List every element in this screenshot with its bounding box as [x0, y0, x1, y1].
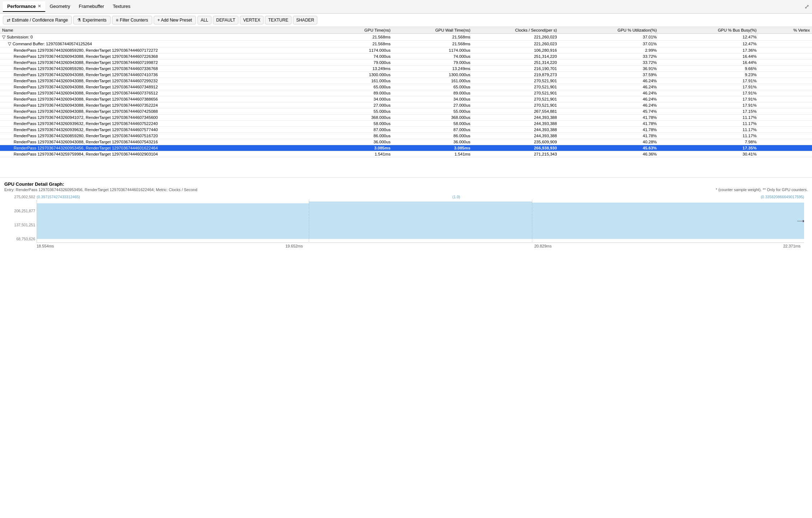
cell-gpu-time: 65.000us	[319, 84, 393, 90]
table-row[interactable]: RenderPass 12970367443260953456, RenderT…	[0, 145, 812, 151]
cell-gpu-wall: 21.568ms	[393, 34, 472, 41]
cell-name: RenderPass 12970367443260943088, RenderT…	[0, 60, 319, 66]
cell-name: RenderPass 12970367443260939632, RenderT…	[0, 127, 319, 133]
table-row[interactable]: RenderPass 12970367443260943088, RenderT…	[0, 84, 812, 90]
cell-name: ▽Command Buffer: 12970367440574125264	[0, 41, 319, 47]
cell-gpu-time: 58.000us	[319, 121, 393, 127]
table-row[interactable]: ▽Submission: 021.568ms21.568ms221,260,02…	[0, 34, 812, 41]
tab-textures-label: Textures	[113, 4, 130, 9]
tab-geometry-label: Geometry	[50, 4, 70, 9]
cell-util: 41.78%	[559, 121, 659, 127]
estimate-button[interactable]: ⇄ Estimate / Confidence Range	[3, 16, 72, 24]
table-container[interactable]: Name GPU Time(ns) GPU Wall Time(ns) Cloc…	[0, 27, 812, 178]
preset-shader[interactable]: SHADER	[293, 16, 317, 24]
table-row[interactable]: ▽Command Buffer: 1297036744057412526421.…	[0, 41, 812, 47]
close-icon[interactable]: ✕	[38, 4, 41, 9]
experiments-label: Experiments	[83, 18, 107, 23]
cell-gpu-time: 34.000us	[319, 96, 393, 102]
tab-performance[interactable]: Performance ✕	[3, 1, 45, 12]
cell-util: 33.72%	[559, 60, 659, 66]
cell-util: 45.74%	[559, 108, 659, 115]
preset-default[interactable]: DEFAULT	[213, 16, 238, 24]
table-row[interactable]: RenderPass 12970367443260859280, RenderT…	[0, 47, 812, 54]
cell-bus: 17.91%	[659, 96, 759, 102]
tab-framebuffer[interactable]: Framebuffer	[75, 1, 109, 12]
table-row[interactable]: RenderPass 12970367443260943088, RenderT…	[0, 102, 812, 108]
cell-bus: 7.98%	[659, 139, 759, 145]
col-header-gpu-wall: GPU Wall Time(ns)	[393, 27, 472, 34]
cell-name: RenderPass 12970367443260859280, RenderT…	[0, 47, 319, 54]
table-row[interactable]: RenderPass 12970367443260943088, RenderT…	[0, 96, 812, 102]
cell-bus: 12.47%	[659, 34, 759, 41]
cell-bus: 17.36%	[659, 47, 759, 54]
preset-vertex[interactable]: VERTEX	[240, 16, 263, 24]
cell-gpu-time: 86.000us	[319, 133, 393, 139]
cell-gpu-wall: 87.000us	[393, 127, 472, 133]
cell-vertex	[759, 102, 812, 108]
cell-name: RenderPass 12970367443260943088, RenderT…	[0, 90, 319, 96]
table-row[interactable]: RenderPass 12970367443260939632, RenderT…	[0, 121, 812, 127]
annotation-3: (0.335820866649017595)	[761, 195, 804, 199]
table-row[interactable]: RenderPass 12970367443260943088, RenderT…	[0, 72, 812, 78]
table-row[interactable]: RenderPass 12970367443260859280, RenderT…	[0, 133, 812, 139]
cell-gpu-wall: 86.000us	[393, 133, 472, 139]
table-row[interactable]: RenderPass 12970367443260943088, RenderT…	[0, 54, 812, 60]
cell-util: 41.78%	[559, 127, 659, 133]
cell-vertex	[759, 54, 812, 60]
table-row[interactable]: RenderPass 12970367443260859280, RenderT…	[0, 66, 812, 72]
expand-icon[interactable]: ⤢	[804, 3, 809, 10]
estimate-icon: ⇄	[7, 18, 10, 23]
cell-vertex	[759, 60, 812, 66]
cell-vertex	[759, 115, 812, 121]
col-header-gpu-time: GPU Time(ns)	[319, 27, 393, 34]
tab-textures[interactable]: Textures	[108, 1, 135, 12]
table-row[interactable]: RenderPass 12970367443260939632, RenderT…	[0, 127, 812, 133]
x-label-3: 20.829ms	[534, 244, 551, 248]
cell-bus: 12.47%	[659, 41, 759, 47]
tab-geometry[interactable]: Geometry	[45, 1, 74, 12]
cell-gpu-time: 87.000us	[319, 127, 393, 133]
table-row[interactable]: RenderPass 12970367443260943088, RenderT…	[0, 90, 812, 96]
cell-bus: 9.66%	[659, 66, 759, 72]
cell-gpu-wall: 89.000us	[393, 90, 472, 96]
table-row[interactable]: RenderPass 12970367443260943088, RenderT…	[0, 60, 812, 66]
cell-name: RenderPass 12970367443260939632, RenderT…	[0, 121, 319, 127]
tab-framebuffer-label: Framebuffer	[79, 4, 104, 9]
table-row[interactable]: RenderPass 12970367443259759984, RenderT…	[0, 151, 812, 157]
cell-gpu-wall: 1300.000us	[393, 72, 472, 78]
filter-button[interactable]: ≡ Filter Counters	[112, 16, 152, 24]
cell-vertex	[759, 47, 812, 54]
cell-bus: 17.15%	[659, 108, 759, 115]
preset-texture[interactable]: TEXTURE	[265, 16, 291, 24]
cell-clocks: 244,393,388	[472, 121, 559, 127]
cell-gpu-wall: 55.000us	[393, 108, 472, 115]
cell-util: 46.24%	[559, 102, 659, 108]
cell-bus: 17.91%	[659, 78, 759, 84]
graph-wrapper: 275,002,502 206,251,877 137,501,251 68,7…	[37, 195, 804, 248]
cell-vertex	[759, 139, 812, 145]
preset-all[interactable]: ALL	[197, 16, 211, 24]
cell-util: 36.91%	[559, 66, 659, 72]
table-row[interactable]: RenderPass 12970367443260943088, RenderT…	[0, 78, 812, 84]
cell-clocks: 266,938,930	[472, 145, 559, 151]
cell-gpu-time: 21.568ms	[319, 41, 393, 47]
svg-rect-2	[532, 203, 804, 239]
cell-vertex	[759, 127, 812, 133]
table-row[interactable]: RenderPass 12970367443260943088, RenderT…	[0, 108, 812, 115]
annotation-1: (0.397157427433312465)	[37, 195, 80, 199]
cell-bus: 11.17%	[659, 115, 759, 121]
cell-gpu-wall: 79.000us	[393, 60, 472, 66]
experiments-button[interactable]: ⚗ Experiments	[73, 16, 111, 24]
graph-y-labels: 275,002,502 206,251,877 137,501,251 68,7…	[7, 195, 35, 241]
table-row[interactable]: RenderPass 12970367443260943088, RenderT…	[0, 139, 812, 145]
annotation-2: (1.0)	[452, 195, 460, 199]
x-label-1: 18.554ms	[37, 244, 54, 248]
table-row[interactable]: RenderPass 12970367443260941072, RenderT…	[0, 115, 812, 121]
cell-vertex	[759, 72, 812, 78]
add-preset-button[interactable]: + Add New Preset	[154, 16, 196, 24]
cell-name: RenderPass 12970367443260953456, RenderT…	[0, 145, 319, 151]
cell-gpu-time: 89.000us	[319, 90, 393, 96]
cell-gpu-time: 161.000us	[319, 78, 393, 84]
cell-name: RenderPass 12970367443260859280, RenderT…	[0, 133, 319, 139]
cell-clocks: 244,393,388	[472, 133, 559, 139]
